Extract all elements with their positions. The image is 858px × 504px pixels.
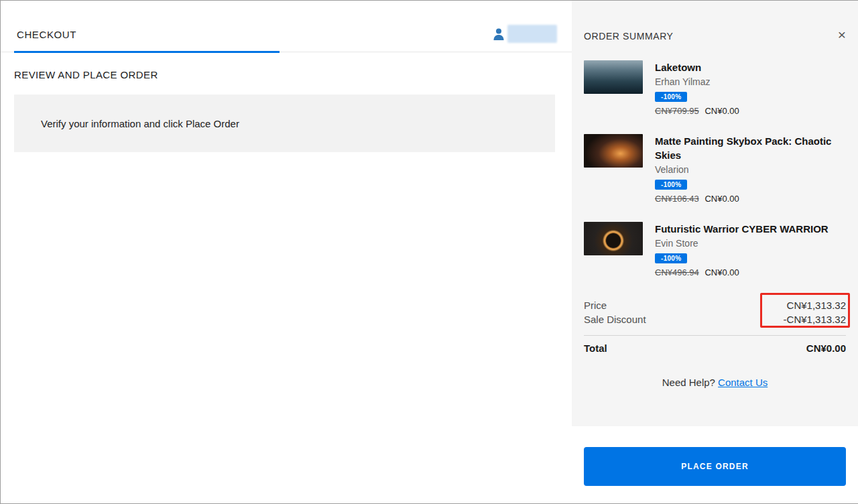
tab-checkout[interactable]: CHECKOUT [17, 29, 76, 40]
total-row: Total CN¥0.00 [584, 342, 846, 354]
page-title: REVIEW AND PLACE ORDER [14, 69, 158, 80]
item-seller: Velarion [655, 164, 846, 175]
verify-notice-box: Verify your information and click Place … [14, 94, 555, 152]
item-thumbnail-laketown [584, 60, 643, 94]
item-original-price: CN¥106.43 [655, 194, 699, 204]
checkout-window: CHECKOUT REVIEW AND PLACE ORDER Verify y… [0, 0, 858, 504]
sale-discount-label: Sale Discount [584, 312, 646, 326]
order-item: Matte Painting Skybox Pack: Chaotic Skie… [584, 134, 846, 204]
order-item: Laketown Erhan Yilmaz -100% CN¥709.95 CN… [584, 60, 846, 116]
item-final-price: CN¥0.00 [704, 106, 739, 116]
item-info: Futuristic Warrior CYBER WARRIOR Evin St… [655, 222, 846, 277]
item-seller: Evin Store [655, 238, 846, 249]
item-seller: Erhan Yilmaz [655, 76, 846, 87]
verify-notice-text: Verify your information and click Place … [14, 118, 239, 129]
need-help-text: Need Help? [662, 377, 715, 388]
help-row: Need Help? Contact Us [584, 377, 846, 388]
discount-badge: -100% [655, 253, 687, 263]
item-info: Laketown Erhan Yilmaz -100% CN¥709.95 CN… [655, 60, 846, 116]
order-summary-title: ORDER SUMMARY [584, 31, 674, 42]
item-thumbnail-cyber-warrior [584, 222, 643, 255]
sale-discount-row: Sale Discount -CN¥1,313.32 [584, 312, 846, 326]
discount-badge: -100% [655, 180, 687, 190]
sale-discount-value: -CN¥1,313.32 [784, 312, 846, 326]
item-title: Laketown [655, 60, 846, 74]
checkout-main-panel: CHECKOUT REVIEW AND PLACE ORDER Verify y… [1, 1, 572, 503]
total-label: Total [584, 342, 607, 354]
totals-section: Price CN¥1,313.32 Sale Discount -CN¥1,31… [584, 298, 846, 326]
item-original-price: CN¥709.95 [655, 106, 699, 116]
item-final-price: CN¥0.00 [704, 194, 739, 204]
item-title: Matte Painting Skybox Pack: Chaotic Skie… [655, 134, 846, 162]
price-row: Price CN¥1,313.32 [584, 298, 846, 312]
checkout-header: CHECKOUT [1, 1, 572, 52]
order-summary-header: ORDER SUMMARY × [584, 1, 846, 42]
order-summary-content: ORDER SUMMARY × Laketown Erhan Yilmaz -1… [572, 1, 858, 426]
price-value: CN¥1,313.32 [787, 298, 846, 312]
total-value: CN¥0.00 [806, 342, 846, 354]
item-prices: CN¥106.43 CN¥0.00 [655, 194, 846, 204]
user-name-redacted [507, 25, 557, 43]
item-thumbnail-chaotic-skies [584, 134, 643, 168]
item-original-price: CN¥496.94 [655, 267, 699, 277]
item-info: Matte Painting Skybox Pack: Chaotic Skie… [655, 134, 846, 204]
discount-badge: -100% [655, 92, 687, 102]
place-order-button[interactable]: PLACE ORDER [584, 447, 846, 486]
totals-divider [584, 335, 846, 336]
contact-us-link[interactable]: Contact Us [718, 377, 768, 388]
tab-active-underline [14, 51, 280, 53]
item-prices: CN¥496.94 CN¥0.00 [655, 267, 846, 277]
order-items-list: Laketown Erhan Yilmaz -100% CN¥709.95 CN… [584, 60, 846, 277]
order-item: Futuristic Warrior CYBER WARRIOR Evin St… [584, 222, 846, 277]
close-icon[interactable]: × [838, 27, 846, 42]
place-order-bar: PLACE ORDER [572, 426, 858, 503]
price-label: Price [584, 298, 607, 312]
order-summary-panel: ORDER SUMMARY × Laketown Erhan Yilmaz -1… [572, 1, 858, 503]
user-account-chip[interactable] [493, 25, 557, 43]
item-title: Futuristic Warrior CYBER WARRIOR [655, 222, 846, 236]
user-icon [493, 27, 505, 41]
item-final-price: CN¥0.00 [704, 267, 739, 277]
item-prices: CN¥709.95 CN¥0.00 [655, 106, 846, 116]
